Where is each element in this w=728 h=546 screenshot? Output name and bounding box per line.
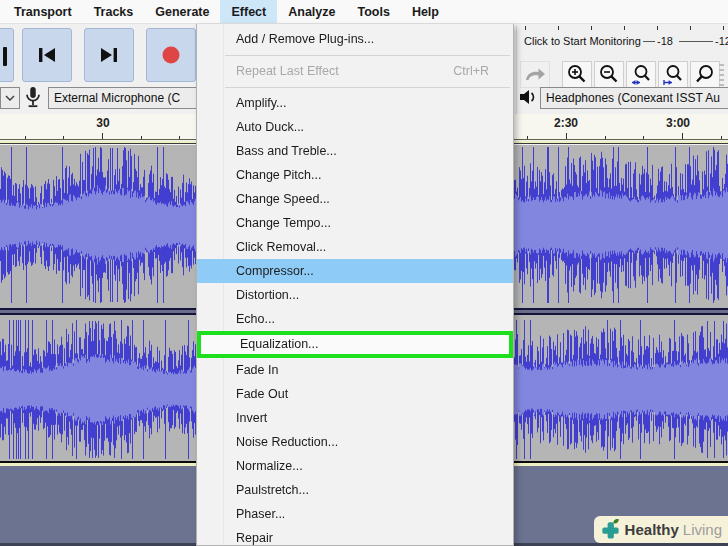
timeline-minor-tick	[25, 136, 26, 139]
timeline-minor-tick	[721, 136, 722, 139]
meter-tick	[591, 26, 592, 30]
menu-item-fade-in[interactable]: Fade In	[197, 358, 513, 382]
menu-item-change-speed[interactable]: Change Speed...	[197, 187, 513, 211]
record-icon	[161, 45, 181, 65]
menu-item-echo[interactable]: Echo...	[197, 307, 513, 331]
menu-item-compressor[interactable]: Compressor...	[197, 259, 513, 283]
menu-item-add-remove-plug-ins[interactable]: Add / Remove Plug-ins...	[197, 27, 513, 51]
menubar-item-generate[interactable]: Generate	[144, 0, 220, 23]
timeline-label-3-00: 3:00	[666, 116, 690, 130]
record-button[interactable]	[146, 28, 196, 82]
healthy-living-watermark: Healthy Living	[594, 516, 728, 543]
menu-item-bass-and-treble[interactable]: Bass and Treble...	[197, 139, 513, 163]
menu-separator	[225, 55, 510, 56]
skip-to-end-icon	[97, 46, 121, 64]
zoom-in-button[interactable]	[562, 61, 592, 88]
skip-to-start-button[interactable]	[22, 28, 72, 82]
timeline-major-tick	[566, 133, 567, 139]
recording-meter[interactable]: Click to Start Monitoring -18 -12	[519, 26, 728, 54]
meter-tick	[723, 26, 724, 30]
zoom-toggle-icon	[694, 64, 716, 86]
menu-item-repair[interactable]: Repair	[197, 526, 513, 546]
zoom-selection-button[interactable]	[626, 61, 656, 88]
menu-item-change-tempo[interactable]: Change Tempo...	[197, 211, 513, 235]
timeline-minor-tick	[63, 136, 64, 139]
menu-item-shortcut: Ctrl+R	[453, 59, 489, 83]
menu-item-repeat-last-effect[interactable]: Repeat Last EffectCtrl+R	[197, 59, 513, 83]
zoom-in-icon	[566, 64, 588, 86]
menu-item-amplify[interactable]: Amplify...	[197, 91, 513, 115]
zoom-toggle-button[interactable]	[690, 61, 720, 88]
menu-item-auto-duck[interactable]: Auto Duck...	[197, 115, 513, 139]
input-device-select[interactable]: External Microphone (C	[48, 87, 198, 109]
microphone-icon	[24, 86, 42, 110]
menu-item-distortion[interactable]: Distortion...	[197, 283, 513, 307]
pause-icon	[3, 47, 7, 66]
menu-bar: TransportTracksGenerateEffectAnalyzeTool…	[0, 0, 728, 24]
menu-item-fade-out[interactable]: Fade Out	[197, 382, 513, 406]
dropdown-chevron-icon	[5, 95, 15, 101]
watermark-light-text: Living	[683, 521, 722, 538]
timeline-minor-tick	[605, 136, 606, 139]
healthy-living-plus-icon	[599, 518, 622, 541]
timeline-label-30: 30	[96, 116, 109, 130]
toolbar-grip-handle[interactable]	[719, 64, 724, 86]
menubar-item-transport[interactable]: Transport	[3, 0, 83, 23]
timeline-minor-tick	[643, 136, 644, 139]
meter-tick	[624, 26, 625, 30]
pause-button[interactable]	[0, 28, 14, 82]
timeline-minor-tick	[141, 136, 142, 139]
device-toolbar-dropdown[interactable]	[0, 87, 20, 109]
timeline-minor-tick	[527, 136, 528, 139]
zoom-fit-icon	[662, 64, 684, 86]
menu-item-paulstretch[interactable]: Paulstretch...	[197, 478, 513, 502]
skip-to-end-button[interactable]	[84, 28, 134, 82]
meter-tick	[525, 26, 526, 30]
redo-button[interactable]	[520, 61, 550, 88]
menu-item-invert[interactable]: Invert	[197, 406, 513, 430]
meter-monitor-label: Click to Start Monitoring	[524, 35, 641, 47]
zoom-out-icon	[598, 64, 620, 86]
skip-to-start-icon	[35, 46, 59, 64]
output-device-select[interactable]: Headphones (Conexant ISST Au	[540, 87, 728, 109]
zoom-fit-button[interactable]	[658, 61, 688, 88]
effect-menu: Add / Remove Plug-ins...Repeat Last Effe…	[196, 24, 514, 546]
menu-item-normalize[interactable]: Normalize...	[197, 454, 513, 478]
speaker-icon	[518, 87, 538, 107]
timeline-major-tick	[682, 133, 683, 139]
menubar-item-analyze[interactable]: Analyze	[277, 0, 346, 23]
watermark-bold-text: Healthy	[625, 521, 679, 538]
menubar-item-tools[interactable]: Tools	[346, 0, 400, 23]
timeline-label-2-30: 2:30	[554, 116, 578, 130]
redo-icon	[523, 67, 547, 83]
menubar-item-effect[interactable]: Effect	[220, 0, 277, 23]
timeline-minor-tick	[179, 136, 180, 139]
menu-item-change-pitch[interactable]: Change Pitch...	[197, 163, 513, 187]
zoom-selection-icon	[630, 64, 652, 86]
meter-tick	[690, 26, 691, 30]
zoom-out-button[interactable]	[594, 61, 624, 88]
meter-mark-18: -18	[657, 35, 673, 47]
menu-separator	[225, 87, 510, 88]
meter-mark-12: -12	[715, 35, 728, 47]
menu-item-phaser[interactable]: Phaser...	[197, 502, 513, 526]
meter-tick	[657, 26, 658, 30]
timeline-major-tick	[102, 133, 103, 139]
menu-item-noise-reduction[interactable]: Noise Reduction...	[197, 430, 513, 454]
menubar-item-help[interactable]: Help	[401, 0, 450, 23]
menu-item-click-removal[interactable]: Click Removal...	[197, 235, 513, 259]
menu-item-equalization[interactable]: Equalization...	[197, 331, 513, 358]
menubar-item-tracks[interactable]: Tracks	[83, 0, 145, 23]
meter-tick	[558, 26, 559, 30]
